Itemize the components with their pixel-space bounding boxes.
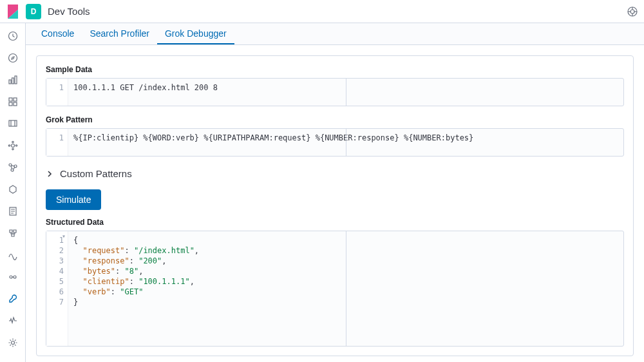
svg-rect-12 bbox=[14, 98, 17, 101]
dev-tools-icon[interactable] bbox=[6, 294, 19, 304]
svg-rect-10 bbox=[15, 76, 17, 84]
simulate-button[interactable]: Simulate bbox=[46, 189, 101, 210]
discover-icon[interactable] bbox=[6, 53, 19, 63]
tab-search-profiler[interactable]: Search Profiler bbox=[82, 23, 157, 44]
sample-data-editor[interactable]: 1 100.1.1.1 GET /index.html 200 8 bbox=[46, 78, 624, 106]
grok-pattern-label: Grok Pattern bbox=[46, 115, 624, 124]
grok-pattern-editor[interactable]: 1 %{IP:clientip} %{WORD:verb} %{URIPATHP… bbox=[46, 128, 624, 157]
svg-point-27 bbox=[11, 341, 14, 345]
svg-point-17 bbox=[12, 141, 13, 142]
structured-data-label: Structured Data bbox=[46, 218, 624, 227]
canvas-icon[interactable] bbox=[6, 97, 19, 107]
infra-icon[interactable] bbox=[6, 228, 19, 238]
logs-icon[interactable] bbox=[6, 206, 19, 216]
structured-data-content: ▾{ "request": "/index.html", "response":… bbox=[68, 231, 623, 346]
top-bar: D Dev Tools bbox=[0, 0, 644, 23]
sample-data-label: Sample Data bbox=[46, 65, 624, 74]
custom-patterns-accordion[interactable]: Custom Patterns bbox=[46, 166, 624, 182]
ml-icon[interactable] bbox=[6, 140, 19, 151]
recent-icon[interactable] bbox=[6, 31, 19, 41]
chevron-right-icon bbox=[46, 169, 55, 178]
help-icon[interactable] bbox=[626, 5, 639, 18]
management-icon[interactable] bbox=[6, 338, 19, 348]
kibana-logo[interactable] bbox=[5, 4, 21, 19]
dashboard-icon[interactable] bbox=[6, 75, 19, 85]
structured-data-editor[interactable]: 1234567 ▾{ "request": "/index.html", "re… bbox=[46, 231, 624, 347]
svg-rect-9 bbox=[12, 78, 14, 84]
gutter: 1234567 bbox=[46, 231, 68, 346]
app-badge: D bbox=[26, 4, 41, 19]
svg-point-7 bbox=[8, 54, 17, 62]
side-nav bbox=[0, 23, 26, 362]
gutter: 1 bbox=[46, 79, 68, 106]
svg-point-19 bbox=[8, 145, 10, 146]
svg-point-25 bbox=[10, 276, 12, 278]
svg-point-20 bbox=[15, 145, 17, 146]
app-search-icon[interactable] bbox=[6, 184, 19, 195]
sample-data-content[interactable]: 100.1.1.1 GET /index.html 200 8 bbox=[68, 79, 623, 106]
svg-point-26 bbox=[14, 276, 16, 278]
tab-grok-debugger[interactable]: Grok Debugger bbox=[157, 23, 234, 44]
uptime-icon[interactable] bbox=[6, 272, 19, 282]
svg-point-21 bbox=[9, 164, 12, 166]
svg-point-18 bbox=[12, 148, 13, 149]
svg-rect-13 bbox=[9, 102, 12, 106]
monitoring-icon[interactable] bbox=[6, 316, 19, 326]
grok-pattern-content[interactable]: %{IP:clientip} %{WORD:verb} %{URIPATHPAR… bbox=[68, 129, 623, 156]
gutter: 1 bbox=[46, 129, 68, 156]
svg-point-1 bbox=[630, 10, 634, 14]
svg-point-23 bbox=[11, 169, 14, 171]
svg-point-16 bbox=[11, 144, 14, 148]
svg-rect-11 bbox=[9, 98, 12, 101]
tabs-bar: Console Search Profiler Grok Debugger bbox=[26, 23, 644, 45]
apm-icon[interactable] bbox=[6, 250, 19, 260]
maps-icon[interactable] bbox=[6, 119, 19, 129]
svg-rect-15 bbox=[9, 120, 17, 126]
svg-rect-8 bbox=[9, 80, 11, 84]
panel: Sample Data 1 100.1.1.1 GET /index.html … bbox=[36, 55, 634, 356]
custom-patterns-label: Custom Patterns bbox=[60, 168, 132, 179]
app-title: Dev Tools bbox=[48, 6, 90, 17]
tab-console[interactable]: Console bbox=[33, 23, 82, 44]
svg-point-22 bbox=[14, 165, 17, 167]
svg-rect-14 bbox=[14, 102, 17, 106]
graph-icon[interactable] bbox=[6, 162, 19, 173]
